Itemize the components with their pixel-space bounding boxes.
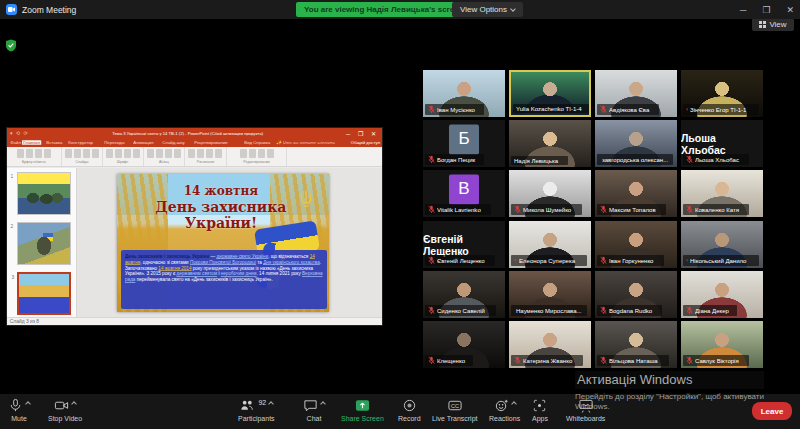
ribbon-group[interactable]: Рисование — [185, 147, 227, 166]
participant-tile[interactable]: ББогдан Пецик — [423, 120, 505, 167]
video-options-chevron[interactable] — [71, 401, 77, 407]
reactions-options-chevron[interactable] — [511, 401, 517, 407]
ribbon-tab-рецензирование[interactable]: Рецензирование — [193, 140, 229, 144]
slide-thumbnail-3[interactable]: 3 — [17, 272, 71, 315]
participant-name-label: Катерина Жванко — [511, 355, 583, 366]
slide-number: 2 — [11, 224, 14, 229]
svg-text:CC: CC — [451, 403, 459, 409]
maximize-button[interactable]: ❐ — [762, 5, 770, 15]
muted-mic-icon — [428, 155, 435, 164]
participant-tile[interactable]: Савлук Вікторія — [681, 321, 763, 368]
ribbon-group[interactable]: Редактирование — [227, 147, 287, 166]
powerpoint-window-controls[interactable]: ─ ❐ ✕ — [346, 130, 379, 137]
participant-tile[interactable]: Елеонора Суперека — [509, 221, 591, 268]
apps-button[interactable]: Apps — [532, 398, 548, 422]
slide-thumbnail-1[interactable]: 1 — [17, 172, 71, 215]
gallery-view-button[interactable]: View — [752, 18, 794, 31]
ribbon-tab-файл[interactable]: Файл — [9, 140, 22, 144]
participant-name-label: Зінченко Егор ТІ-1-1 — [683, 104, 759, 115]
participant-tile[interactable]: ВVitalik Lavrienko — [423, 170, 505, 217]
share-screen-button[interactable]: Share Screen — [341, 398, 384, 422]
muted-mic-icon — [600, 205, 607, 214]
ribbon-group[interactable]: Слайды — [62, 147, 103, 166]
ribbon-group-icons — [188, 149, 222, 158]
slide-text: . 14 липня 2021 року — [257, 272, 302, 277]
ribbon-tab-справка[interactable]: Справка — [252, 140, 272, 144]
participant-tile[interactable]: Микола Шумейко — [509, 170, 591, 217]
participant-name-label: Авдіякова Єва — [597, 104, 659, 115]
app-title: Zoom Meeting — [22, 5, 76, 15]
ribbon-group[interactable]: Шрифт — [103, 147, 144, 166]
participant-tile[interactable]: Євгеній ЛещенкоЄвгеній Лещенко — [423, 221, 505, 268]
grid-view-icon — [759, 21, 766, 28]
view-button-label: View — [769, 20, 786, 29]
ribbon-tab-анимация[interactable]: Анимация — [132, 140, 155, 144]
participant-tile[interactable]: Bogdana Rudko — [595, 271, 677, 318]
participant-tile[interactable]: Вільцова Наташа — [595, 321, 677, 368]
participant-tile[interactable]: Льоша ХльобасЛьоша Хльобас — [681, 120, 763, 167]
muted-mic-icon — [686, 306, 693, 315]
leave-button[interactable]: Leave — [752, 402, 792, 420]
ribbon-group[interactable]: Абзац — [144, 147, 185, 166]
powerpoint-window: ▾ ⟲ ⟳ Тема 3 Українські свята у 14 ТВ-1 … — [7, 128, 382, 325]
slide-body-text: День захисників і захисниць України — де… — [125, 253, 323, 283]
participant-tile[interactable]: Максим Топалов — [595, 170, 677, 217]
ribbon-share-button[interactable]: Общий доступ — [351, 140, 380, 144]
chat-button[interactable]: Chat — [303, 398, 325, 422]
participant-tile[interactable]: Зінченко Егор ТІ-1-1 — [681, 70, 763, 117]
muted-mic-icon — [600, 256, 607, 265]
chat-options-chevron[interactable] — [320, 401, 326, 407]
avatar-initial: В — [449, 174, 479, 204]
close-button[interactable]: ✕ — [786, 5, 794, 15]
view-options-button[interactable]: View Options — [452, 2, 523, 17]
participant-tile[interactable]: Нікольський Данило — [681, 221, 763, 268]
tell-me-assistant[interactable]: ✨ Что вы хотите сделать — [275, 140, 336, 145]
whiteboards-button[interactable]: Whiteboards — [566, 398, 605, 422]
participants-button[interactable]: 92 Participants — [238, 398, 275, 422]
ribbon-tab-главная[interactable]: Главная — [22, 140, 41, 144]
quick-access-toolbar[interactable]: ▾ ⟲ ⟳ — [10, 130, 29, 136]
ribbon-tab-слайд-шоу[interactable]: Слайд-шоу — [161, 140, 186, 144]
participant-tile[interactable]: Авдіякова Єва — [595, 70, 677, 117]
slide-counter: Слайд 3 из 8 — [7, 319, 39, 324]
slide-hyperlink: Дня українського козацтва — [263, 260, 320, 265]
participant-tile[interactable]: Надія Левицька — [509, 120, 591, 167]
mute-button[interactable]: Mute — [8, 398, 30, 422]
encryption-shield-icon[interactable] — [5, 38, 17, 56]
participant-name-label: Vitalik Lavrienko — [425, 204, 491, 215]
slide-text-panel: День захисників і захисниць України — де… — [121, 250, 327, 309]
record-button[interactable]: Record — [398, 398, 421, 422]
ribbon-group-label: Редактирование — [243, 160, 270, 164]
ribbon-tab-вставка[interactable]: Вставка — [45, 140, 64, 144]
participant-tile[interactable]: завгородська олексан... — [595, 120, 677, 167]
minimize-button[interactable]: ─ — [740, 5, 746, 15]
participant-tile[interactable]: Іван Горкуненко — [595, 221, 677, 268]
participant-tile[interactable]: Науменко Мирослава... — [509, 271, 591, 318]
slide-title-line1: 14 жовтня — [142, 184, 299, 198]
participant-tile[interactable]: Клещенко — [423, 321, 505, 368]
apps-label: Apps — [532, 415, 548, 422]
participant-tile[interactable]: Yulia Kozachenko ТІ-1-4 — [509, 70, 591, 117]
chevron-down-icon — [510, 6, 516, 12]
participant-tile[interactable]: Сиденко Савелій — [423, 271, 505, 318]
ribbon-tab-конструктор[interactable]: Конструктор — [67, 140, 94, 144]
live-transcript-button[interactable]: CC Live Transcript — [432, 398, 478, 422]
participant-tile[interactable]: Діана Декер — [681, 271, 763, 318]
slide-canvas: 14 жовтня День захисника України! День з… — [77, 168, 382, 317]
participant-tile[interactable]: Катерина Жванко — [509, 321, 591, 368]
shared-scrollbar-thumb[interactable] — [379, 211, 382, 227]
participant-tile[interactable]: Іван Мусієнко — [423, 70, 505, 117]
participants-icon — [239, 398, 255, 413]
participant-tile[interactable]: Коваленко Катя — [681, 170, 763, 217]
ribbon-tab-переходы[interactable]: Переходы — [103, 140, 126, 144]
mute-label: Mute — [11, 415, 27, 422]
ribbon-group[interactable]: Буфер обмена — [7, 147, 62, 166]
mute-options-chevron[interactable] — [25, 401, 31, 407]
smiley-icon — [494, 398, 509, 413]
muted-mic-icon — [600, 105, 607, 114]
slide-thumbnail-2[interactable]: 2 — [17, 222, 71, 265]
participants-options-chevron[interactable] — [268, 401, 274, 407]
stop-video-button[interactable]: Stop Video — [48, 398, 82, 422]
muted-mic-icon — [428, 306, 435, 315]
reactions-button[interactable]: Reactions — [489, 398, 520, 422]
